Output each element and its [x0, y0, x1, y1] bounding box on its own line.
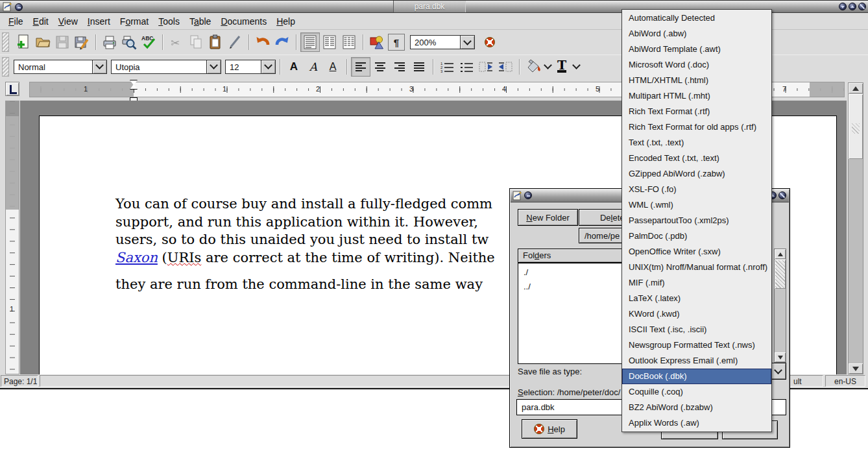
- format-option[interactable]: PassepartoutToo (.xml2ps): [622, 213, 771, 228]
- increase-indent-button[interactable]: [496, 57, 515, 77]
- format-option[interactable]: XSL-FO (.fo): [622, 182, 771, 197]
- minimize-button[interactable]: [839, 3, 847, 10]
- maximize-button[interactable]: [849, 3, 856, 10]
- format-option[interactable]: UNIX(tm) Nroff/Manual format (.nroff): [622, 260, 771, 275]
- menu-item[interactable]: Format: [120, 16, 149, 27]
- font-dropdown-arrow[interactable]: [207, 60, 221, 74]
- format-option[interactable]: PalmDoc (.pdb): [622, 228, 771, 244]
- insert-image-button[interactable]: [367, 32, 387, 52]
- folder-row[interactable]: ./: [518, 265, 635, 280]
- format-option[interactable]: Multipart HTML (.mht): [622, 88, 771, 104]
- format-option[interactable]: OpenOffice Writer (.sxw): [622, 244, 771, 260]
- format-option[interactable]: AbiWord Template (.awt): [622, 42, 771, 57]
- format-option[interactable]: MIF (.mif): [622, 275, 771, 291]
- dialog-help-button[interactable]: Help: [522, 419, 577, 439]
- undo-button[interactable]: [253, 32, 272, 52]
- font-size-dropdown-arrow[interactable]: [261, 60, 276, 74]
- files-scroll-up-button[interactable]: [775, 249, 786, 259]
- print-button[interactable]: [100, 32, 119, 52]
- font-size-value[interactable]: 12: [225, 60, 261, 74]
- dialog-close-button[interactable]: [778, 191, 786, 199]
- bulleted-list-button[interactable]: [457, 57, 476, 77]
- file-type-dropdown-arrow[interactable]: [770, 363, 786, 380]
- style-dropdown-arrow[interactable]: [93, 60, 107, 74]
- spell-check-button[interactable]: ABC: [139, 32, 158, 52]
- format-option[interactable]: Applix Words (.aw): [622, 415, 771, 431]
- numbered-list-button[interactable]: 123: [437, 57, 457, 77]
- scroll-down-button[interactable]: [849, 363, 863, 374]
- new-folder-button[interactable]: New Folder: [518, 209, 578, 226]
- format-option[interactable]: Microsoft Word (.doc): [622, 57, 771, 73]
- format-option[interactable]: Rich Text Format for old apps (.rtf): [622, 119, 771, 135]
- bold-button[interactable]: A: [284, 57, 304, 77]
- save-as-button[interactable]: [72, 32, 91, 52]
- main-vertical-scrollbar[interactable]: [848, 82, 863, 374]
- scroll-up-button[interactable]: [849, 83, 863, 93]
- folders-column-header[interactable]: Folders: [518, 249, 636, 263]
- format-option[interactable]: Rich Text Format (.rtf): [622, 104, 771, 119]
- stylus-button[interactable]: [225, 32, 245, 52]
- files-scroll-down-button[interactable]: [775, 352, 786, 362]
- save-button[interactable]: [53, 32, 72, 52]
- folder-row[interactable]: ../: [518, 280, 635, 294]
- format-option[interactable]: AbiWord (.abw): [622, 26, 771, 42]
- files-list-scrollbar[interactable]: [774, 249, 786, 363]
- font-color-button[interactable]: T: [552, 57, 572, 77]
- font-color-dropdown-arrow[interactable]: [572, 58, 581, 75]
- font-value[interactable]: Utopia: [111, 60, 207, 74]
- view-two-columns-button[interactable]: [320, 32, 339, 52]
- align-right-button[interactable]: [390, 57, 409, 77]
- paste-button[interactable]: [206, 32, 225, 52]
- view-three-columns-button[interactable]: [339, 32, 359, 52]
- format-option[interactable]: WML (.wml): [622, 197, 771, 213]
- menu-item[interactable]: Insert: [88, 16, 110, 27]
- menu-item[interactable]: Edit: [33, 16, 49, 27]
- dialog-menu-button[interactable]: [524, 191, 532, 199]
- open-button[interactable]: [33, 32, 53, 52]
- print-preview-button[interactable]: [119, 32, 139, 52]
- files-scrollbar-thumb[interactable]: [775, 260, 786, 289]
- window-menu-button[interactable]: [15, 3, 23, 11]
- zoom-dropdown-arrow[interactable]: [461, 35, 475, 49]
- align-justify-button[interactable]: [409, 57, 429, 77]
- format-option[interactable]: Text (.txt, .text): [622, 135, 771, 151]
- help-button[interactable]: [480, 32, 500, 52]
- menu-item[interactable]: Help: [276, 16, 295, 27]
- highlight-color-dropdown-arrow[interactable]: [543, 58, 552, 75]
- menu-item[interactable]: File: [8, 16, 23, 27]
- vertical-ruler[interactable]: 1: [5, 101, 19, 374]
- menu-item[interactable]: Tools: [158, 16, 180, 27]
- format-option[interactable]: HTML/XHTML (.html): [622, 73, 771, 88]
- folders-list[interactable]: ./../: [518, 263, 636, 364]
- view-one-column-button[interactable]: [300, 32, 320, 52]
- highlight-color-button[interactable]: [524, 57, 543, 77]
- format-option[interactable]: Newsgroup Formatted Text (.nws): [622, 337, 771, 353]
- decrease-indent-button[interactable]: [476, 57, 496, 77]
- hyperlink-saxon[interactable]: Saxon: [115, 250, 158, 265]
- format-option[interactable]: Encoded Text (.txt, .text): [622, 151, 771, 166]
- menu-item[interactable]: Table: [189, 16, 211, 27]
- italic-button[interactable]: A: [304, 57, 323, 77]
- tab-stop-selector-button[interactable]: [5, 82, 19, 96]
- format-option[interactable]: KWord (.kwd): [622, 306, 771, 322]
- format-option[interactable]: GZipped AbiWord (.zabw): [622, 166, 771, 182]
- menu-item[interactable]: View: [58, 16, 78, 27]
- redo-button[interactable]: [272, 32, 292, 52]
- zoom-value[interactable]: 200%: [410, 35, 461, 49]
- format-option[interactable]: ISCII Text (.isc, .iscii): [622, 322, 771, 337]
- align-left-button[interactable]: [351, 57, 370, 77]
- close-button[interactable]: [858, 3, 866, 10]
- new-document-button[interactable]: [14, 32, 33, 52]
- format-option[interactable]: DocBook (.dbk): [622, 369, 771, 384]
- format-option[interactable]: BZ2 AbiWord (.bzabw): [622, 400, 771, 415]
- toolbar-drag-handle[interactable]: [2, 32, 9, 52]
- toolbar-drag-handle[interactable]: [2, 57, 9, 77]
- format-option[interactable]: Coquille (.coq): [622, 384, 771, 400]
- underline-button[interactable]: A: [323, 57, 343, 77]
- format-option[interactable]: LaTeX (.latex): [622, 291, 771, 306]
- format-option[interactable]: Outlook Express Email (.eml): [622, 353, 771, 369]
- align-center-button[interactable]: [370, 57, 390, 77]
- scrollbar-thumb[interactable]: [849, 94, 863, 159]
- menu-item[interactable]: Documents: [221, 16, 267, 27]
- show-formatting-marks-button[interactable]: ¶: [387, 32, 406, 52]
